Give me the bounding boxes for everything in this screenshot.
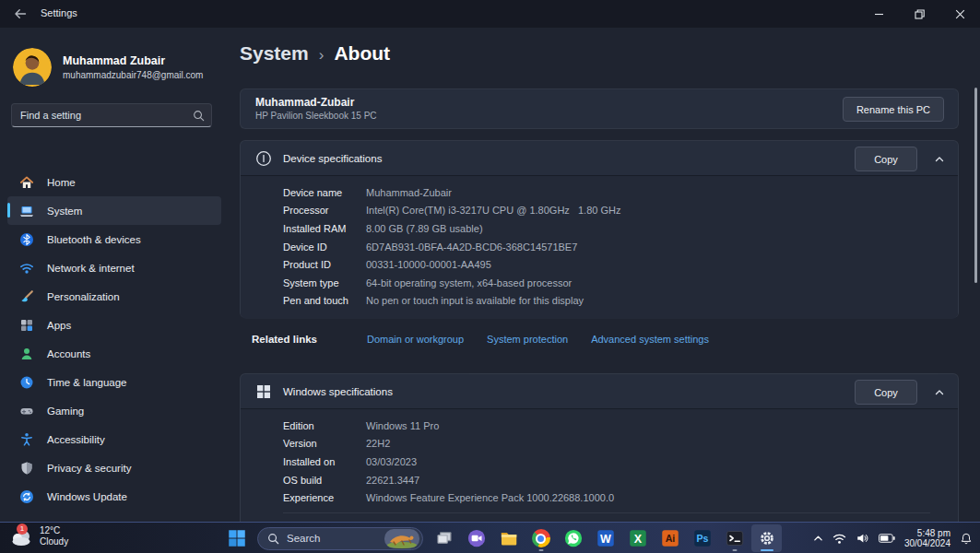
spec-row: Installed RAM8.00 GB (7.89 GB usable) <box>283 219 958 238</box>
sidebar-item-system[interactable]: System <box>7 196 221 225</box>
sidebar-item-label: Network & internet <box>47 263 135 274</box>
windows-spec-rows: EditionWindows 11 ProVersion22H2Installe… <box>241 409 958 540</box>
spec-value: Windows Feature Experience Pack 1000.226… <box>366 492 614 503</box>
device-name-card: Muhammad-Zubair HP Pavilion Sleekbook 15… <box>240 88 959 129</box>
bell-icon[interactable] <box>960 532 973 546</box>
user-profile[interactable]: Muhammad Zubair muhammadzubair748@gmail.… <box>13 48 203 87</box>
sidebar-item-label: Privacy & security <box>47 463 131 474</box>
sidebar-item-apps[interactable]: Apps <box>7 311 221 339</box>
search-icon <box>267 533 279 545</box>
spec-label: System type <box>283 277 366 288</box>
related-links: Related links Domain or workgroupSystem … <box>252 334 709 345</box>
taskbar-app-whatsapp[interactable] <box>558 524 588 552</box>
running-app-indicator <box>538 549 543 552</box>
spec-label: Product ID <box>283 259 366 270</box>
sidebar-nav: HomeSystemBluetooth & devicesNetwork & i… <box>7 168 221 539</box>
taskbar-app-desktop-app[interactable] <box>429 524 459 552</box>
word-icon: W <box>596 529 615 548</box>
minimize-icon[interactable] <box>858 0 899 28</box>
spec-value: No pen or touch input is available for t… <box>366 295 584 306</box>
restore-icon[interactable] <box>899 0 939 28</box>
weather-alert-badge: 1 <box>17 524 28 535</box>
sidebar-item-home[interactable]: Home <box>7 168 221 196</box>
sidebar-item-windows-update[interactable]: Windows Update <box>7 482 221 511</box>
windows-specifications-header[interactable]: Windows specifications Copy <box>241 374 958 409</box>
spec-row: Version22H2 <box>283 435 958 453</box>
sidebar: Muhammad Zubair muhammadzubair748@gmail.… <box>0 28 229 522</box>
taskbar-app-excel[interactable]: X <box>622 524 653 552</box>
spec-label: Processor <box>283 205 366 216</box>
wifi-icon[interactable] <box>832 533 846 545</box>
taskbar-app-meet[interactable] <box>461 524 491 552</box>
taskbar-app-terminal[interactable] <box>719 524 750 552</box>
gaming-icon <box>18 403 34 418</box>
running-app-indicator <box>732 549 737 552</box>
sidebar-item-time-language[interactable]: Time & language <box>7 368 221 396</box>
main-content: System › About Muhammad-Zubair HP Pavili… <box>240 28 959 553</box>
svg-text:Ps: Ps <box>696 533 708 544</box>
start-button[interactable] <box>221 524 252 552</box>
sidebar-item-accessibility[interactable]: Accessibility <box>7 425 221 453</box>
illustrator-icon: Ai <box>660 529 679 548</box>
pinned-apps: WXAiPs <box>429 524 782 552</box>
meet-icon <box>466 529 486 548</box>
copy-button[interactable]: Copy <box>855 147 917 171</box>
desktop-app-icon <box>434 529 454 548</box>
chevron-up-icon[interactable] <box>930 383 949 402</box>
spec-row: EditionWindows 11 Pro <box>283 417 958 435</box>
copy-button[interactable]: Copy <box>855 380 917 405</box>
battery-icon[interactable] <box>879 534 895 543</box>
apps-icon <box>18 317 34 333</box>
spec-row: Installed on03/03/2023 <box>283 453 958 471</box>
taskbar-app-settings[interactable] <box>751 524 782 552</box>
related-link-advanced-system-settings[interactable]: Advanced system settings <box>591 334 709 345</box>
sidebar-item-personalization[interactable]: Personalization <box>7 282 221 311</box>
spec-row: Device nameMuhammad-Zubair <box>283 183 958 202</box>
weather-widget[interactable]: 1 12°C Cloudy <box>9 525 68 547</box>
taskbar-app-file-explorer[interactable] <box>493 524 524 552</box>
related-links-title: Related links <box>252 334 317 345</box>
sidebar-item-privacy-security[interactable]: Privacy & security <box>7 453 221 482</box>
tray-time: 5:48 pm <box>904 528 950 539</box>
scrollbar[interactable] <box>974 88 977 283</box>
search-input[interactable] <box>11 103 212 127</box>
taskbar-app-word[interactable]: W <box>590 524 620 552</box>
sidebar-item-network-internet[interactable]: Network & internet <box>7 253 221 282</box>
spec-row: Product ID00331-10000-00001-AA495 <box>283 255 958 274</box>
avatar <box>13 48 52 87</box>
taskbar-app-illustrator[interactable]: Ai <box>655 524 685 552</box>
sidebar-item-label: Bluetooth & devices <box>47 234 141 245</box>
back-icon[interactable] <box>13 6 28 21</box>
taskbar-center: Search WXAiPs <box>221 523 782 553</box>
device-specifications-header[interactable]: Device specifications Copy <box>241 141 958 176</box>
spec-row: OS build22621.3447 <box>283 471 958 489</box>
sidebar-item-label: Accounts <box>47 348 90 359</box>
chevron-right-icon: › <box>319 46 325 65</box>
user-email: muhammadzubair748@gmail.com <box>63 70 203 80</box>
chevron-up-icon[interactable] <box>930 150 949 169</box>
sidebar-item-accounts[interactable]: Accounts <box>7 339 221 368</box>
taskbar-search[interactable]: Search <box>257 527 423 550</box>
rename-pc-button[interactable]: Rename this PC <box>843 97 944 122</box>
spec-value: 6D7AB931-0BFA-4A2D-BCD6-368C14571BE7 <box>366 241 577 253</box>
spec-value: 8.00 GB (7.89 GB usable) <box>366 223 483 234</box>
related-link-system-protection[interactable]: System protection <box>487 334 568 345</box>
breadcrumb-system[interactable]: System <box>240 42 309 65</box>
accessibility-icon <box>18 431 34 447</box>
related-link-domain-or-workgroup[interactable]: Domain or workgroup <box>367 334 464 345</box>
taskbar-app-photoshop[interactable]: Ps <box>687 524 717 552</box>
settings-search <box>11 103 212 127</box>
chrome-icon <box>531 529 550 548</box>
windows-start-icon <box>227 529 246 548</box>
settings-window: Settings Muhammad Zubair muhammadzubair7… <box>0 0 980 553</box>
taskbar-app-chrome[interactable] <box>525 524 556 552</box>
volume-icon[interactable] <box>856 532 869 545</box>
sidebar-item-bluetooth-devices[interactable]: Bluetooth & devices <box>7 225 221 253</box>
sidebar-item-gaming[interactable]: Gaming <box>7 396 221 425</box>
sidebar-item-label: Gaming <box>47 406 84 417</box>
personalization-icon <box>18 288 34 304</box>
clock[interactable]: 5:48 pm 30/04/2024 <box>904 528 950 549</box>
chevron-up-icon[interactable] <box>813 534 823 544</box>
device-model: HP Pavilion Sleekbook 15 PC <box>255 111 943 121</box>
close-icon[interactable] <box>939 0 980 28</box>
